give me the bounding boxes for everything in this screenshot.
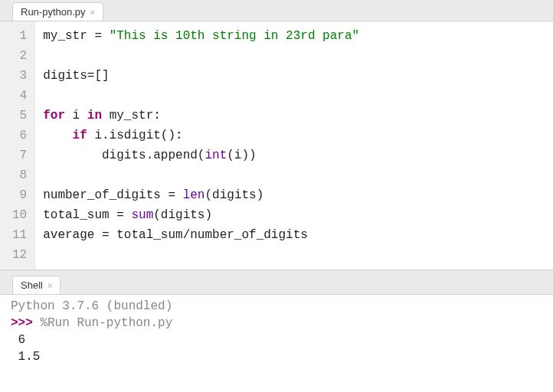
code-line (43, 165, 545, 185)
close-icon[interactable]: × (47, 281, 52, 290)
code-line: if i.isdigit(): (43, 126, 545, 145)
code-line: digits=[] (43, 66, 545, 86)
line-number: 3 (12, 66, 27, 86)
code-line: number_of_digits = len(digits) (43, 185, 545, 205)
line-number: 6 (12, 126, 27, 145)
code-line (43, 245, 545, 265)
line-number: 2 (12, 46, 27, 66)
code-line (43, 86, 545, 106)
line-number: 5 (12, 106, 27, 126)
line-number: 8 (12, 165, 27, 185)
shell-tab-bar: Shell × (0, 275, 553, 295)
shell-tab[interactable]: Shell × (12, 276, 61, 294)
editor-pane: 1 2 3 4 5 6 7 8 9 10 11 12 my_str = "Thi… (0, 21, 553, 270)
close-icon[interactable]: × (90, 8, 95, 17)
code-line: average = total_sum/number_of_digits (43, 225, 545, 245)
shell-prompt: >>> (11, 316, 40, 330)
shell-greeting: Python 3.7.6 (bundled) (11, 298, 542, 315)
line-number-gutter: 1 2 3 4 5 6 7 8 9 10 11 12 (0, 21, 35, 270)
line-number: 1 (12, 26, 27, 46)
shell-output: 6 (11, 332, 542, 348)
shell-pane[interactable]: Python 3.7.6 (bundled)>>> %Run Run-pytho… (0, 295, 553, 392)
code-line: my_str = "This is 10th string in 23rd pa… (43, 26, 545, 46)
line-number: 7 (12, 145, 27, 165)
editor-tab-bar: Run-python.py × (0, 0, 553, 21)
code-line: total_sum = sum(digits) (43, 205, 545, 225)
line-number: 9 (12, 185, 27, 205)
shell-output: 1.5 (11, 348, 542, 365)
line-number: 4 (12, 86, 27, 106)
code-line: for i in my_str: (43, 106, 545, 126)
line-number: 11 (12, 225, 27, 245)
code-editor[interactable]: my_str = "This is 10th string in 23rd pa… (35, 21, 553, 270)
editor-tab[interactable]: Run-python.py × (12, 2, 103, 21)
shell-line: >>> %Run Run-python.py (11, 315, 542, 332)
code-line: digits.append(int(i)) (43, 145, 545, 165)
shell-command: %Run Run-python.py (40, 316, 172, 330)
line-number: 10 (12, 205, 27, 225)
shell-tab-label: Shell (21, 279, 43, 291)
editor-tab-label: Run-python.py (21, 6, 86, 18)
line-number: 12 (12, 245, 27, 265)
code-line (43, 46, 545, 66)
